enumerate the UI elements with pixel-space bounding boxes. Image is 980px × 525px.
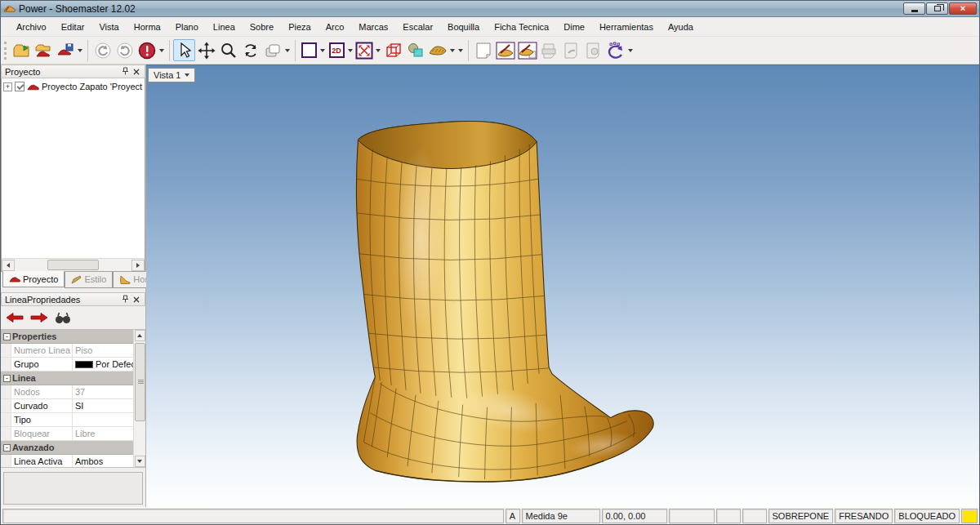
scrollbar-thumb[interactable]	[47, 260, 99, 270]
tree-item-proyecto-zapato[interactable]: + Proyecto Zapato 'Proyect	[3, 82, 143, 91]
section-properties[interactable]: - Properties	[1, 330, 133, 344]
rotate-view-button[interactable]	[239, 39, 261, 61]
scroll-down-icon[interactable]	[135, 456, 145, 467]
property-row-bloquear[interactable]: Bloquear Libre	[1, 427, 133, 441]
close-button[interactable]: ×	[949, 2, 977, 15]
menu-plano[interactable]: Plano	[168, 19, 206, 35]
alerts-button[interactable]	[136, 39, 158, 61]
toolbar-separator	[169, 40, 170, 61]
extra-dropdown-arrow-icon[interactable]	[458, 49, 463, 52]
property-row-curvado[interactable]: Curvado SI	[1, 399, 133, 413]
menu-horma[interactable]: Horma	[127, 19, 168, 35]
scroll-up-icon[interactable]	[135, 330, 145, 341]
collapse-icon[interactable]: -	[3, 444, 11, 452]
sheet-preview-button-disabled[interactable]	[560, 39, 582, 61]
property-name: Curvado	[11, 399, 73, 412]
fit-view-dropdown-arrow-icon[interactable]	[376, 49, 381, 52]
menu-pieza[interactable]: Pieza	[281, 19, 318, 35]
open-project-button[interactable]	[10, 39, 32, 61]
status-bloqueado-cell[interactable]: BLOQUEADO	[894, 509, 960, 523]
section-label: Properties	[12, 331, 56, 341]
property-value[interactable]: Por Defec	[73, 358, 133, 371]
grid-vertical-scrollbar[interactable]	[133, 330, 145, 467]
views-dropdown-arrow-icon[interactable]	[285, 49, 290, 52]
property-row-grupo[interactable]: Grupo Por Defec	[1, 358, 133, 372]
new-sheet-button[interactable]	[472, 39, 494, 61]
menu-boquilla[interactable]: Boquilla	[440, 19, 487, 35]
tree-expander-icon[interactable]: +	[3, 82, 12, 91]
menu-ayuda[interactable]: Ayuda	[661, 19, 701, 35]
single-view-button[interactable]	[299, 41, 318, 60]
boot-3d-model[interactable]	[146, 65, 979, 507]
tab-estilo[interactable]: Estilo	[65, 272, 113, 288]
menu-vista[interactable]: Vista	[91, 19, 126, 35]
tree-horizontal-scrollbar[interactable]	[2, 258, 145, 271]
menu-dime[interactable]: Dime	[556, 19, 592, 35]
select-tool-button[interactable]	[173, 39, 195, 61]
toolbar-grip[interactable]	[4, 42, 7, 60]
last-design-sheet-button[interactable]	[516, 39, 538, 61]
property-row-tipo[interactable]: Tipo	[1, 413, 133, 427]
sole-tool-button[interactable]	[426, 39, 448, 61]
tree-checkbox[interactable]	[15, 82, 24, 91]
pin-icon[interactable]	[120, 66, 131, 77]
open-save-dropdown-arrow-icon[interactable]	[78, 49, 82, 52]
pan-view-button[interactable]	[195, 39, 217, 61]
fit-view-3d-button[interactable]	[382, 39, 404, 61]
shade-mode-button[interactable]	[404, 39, 426, 61]
pin-icon[interactable]	[120, 294, 131, 305]
menu-sobre[interactable]: Sobre	[243, 19, 281, 35]
alert-icon	[138, 42, 156, 60]
undo-button[interactable]	[91, 39, 114, 61]
view-2d-dropdown-arrow-icon[interactable]	[348, 49, 353, 52]
section-linea[interactable]: - Linea	[1, 372, 133, 385]
tab-proyecto[interactable]: Proyecto	[2, 271, 65, 287]
milling-dropdown-arrow-icon[interactable]	[628, 49, 633, 52]
single-view-dropdown-arrow-icon[interactable]	[320, 49, 325, 52]
sole-dropdown-arrow-icon[interactable]	[450, 49, 455, 52]
menu-marcas[interactable]: Marcas	[351, 19, 395, 35]
menu-ficha-tecnica[interactable]: Ficha Tecnica	[487, 19, 556, 35]
scroll-left-icon[interactable]	[2, 260, 15, 271]
menu-archivo[interactable]: Archivo	[9, 19, 54, 35]
menu-escalar[interactable]: Escalar	[395, 19, 440, 35]
restore-button[interactable]	[926, 2, 948, 15]
view-layers-button[interactable]	[261, 39, 283, 61]
scroll-right-icon[interactable]	[131, 260, 145, 271]
collapse-icon[interactable]: -	[3, 375, 11, 382]
menu-linea[interactable]: Linea	[206, 19, 243, 35]
previous-line-arrow-icon[interactable]	[6, 312, 24, 323]
find-binoculars-icon[interactable]	[55, 312, 71, 324]
property-row-numero-linea[interactable]: Numero Linea Piso	[1, 344, 133, 358]
milling-tool-button[interactable]	[604, 39, 626, 61]
property-row-linea-activa[interactable]: Linea Activa Ambos	[1, 455, 133, 467]
minimize-button[interactable]	[903, 2, 925, 15]
close-panel-icon[interactable]	[131, 294, 141, 305]
alerts-dropdown-arrow-icon[interactable]	[159, 49, 164, 52]
close-icon: ×	[960, 4, 965, 13]
collapse-icon[interactable]: -	[3, 333, 11, 340]
view-2d-button[interactable]: 2D	[327, 41, 346, 60]
property-row-nodos[interactable]: Nodos 37	[1, 385, 133, 399]
redo-button[interactable]	[114, 39, 136, 61]
save-shoe-project-button[interactable]	[54, 39, 76, 61]
scrollbar-thumb[interactable]	[135, 343, 145, 421]
fit-view-2d-button[interactable]	[354, 41, 374, 60]
menu-herramientas[interactable]: Herramientas	[592, 19, 661, 35]
print-button-disabled[interactable]	[538, 39, 560, 61]
last-design-button[interactable]	[494, 39, 516, 61]
view-tab[interactable]: Vista 1	[148, 68, 195, 82]
sheet-tools-button-disabled[interactable]	[582, 39, 604, 61]
section-avanzado[interactable]: - Avanzado	[1, 441, 133, 455]
status-fresando-cell[interactable]: FRESANDO	[835, 509, 893, 523]
viewport-3d[interactable]: Vista 1	[146, 65, 979, 507]
view-tab-dropdown-icon[interactable]	[185, 73, 189, 77]
status-empty-cell	[716, 509, 741, 523]
next-line-arrow-icon[interactable]	[30, 312, 48, 323]
open-shoe-project-button[interactable]	[32, 39, 54, 61]
menu-editar[interactable]: Editar	[54, 19, 92, 35]
zoom-view-button[interactable]	[217, 39, 239, 61]
close-panel-icon[interactable]	[131, 66, 141, 77]
status-sobrepone-cell[interactable]: SOBREPONE	[768, 509, 834, 523]
menu-arco[interactable]: Arco	[318, 19, 352, 35]
